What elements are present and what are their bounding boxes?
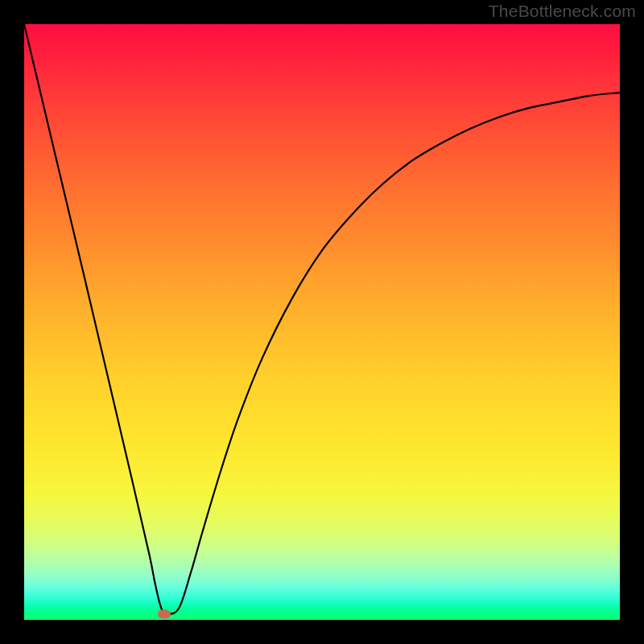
optimal-point-marker <box>158 609 171 618</box>
chart-frame: TheBottleneck.com <box>0 0 644 644</box>
plot-area <box>24 24 620 620</box>
bottleneck-curve <box>24 24 620 620</box>
watermark-text: TheBottleneck.com <box>489 2 636 21</box>
